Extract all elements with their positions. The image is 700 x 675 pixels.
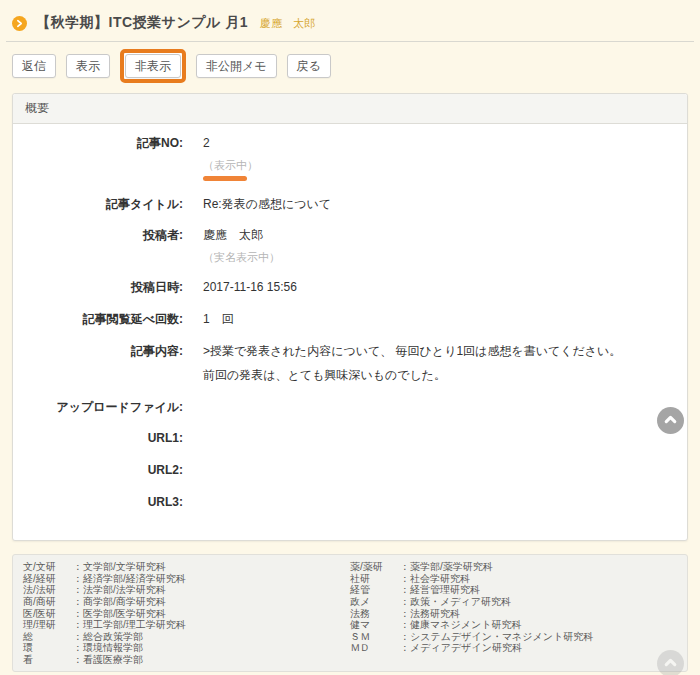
legend-item: 環：環境情報学部: [23, 642, 350, 654]
legend-name: ：医学部/医学研究科: [73, 608, 166, 620]
legend-abbr: ＭＤ: [350, 642, 400, 654]
panel-header: 概要: [13, 94, 687, 124]
url1-label: URL1:: [13, 431, 183, 447]
chevron-up-icon: [662, 411, 679, 431]
hide-button-highlight: 非表示: [120, 49, 186, 83]
legend-item: 文/文研：文学部/文学研究科: [23, 561, 350, 573]
legend-item: 政メ：政策・メディア研究科: [350, 596, 677, 608]
legend-name: ：総合政策学部: [73, 631, 143, 643]
legend-name: ：環境情報学部: [73, 642, 143, 654]
header-separator: [6, 41, 694, 42]
article-content-row: 記事内容: >授業で発表された内容について、 毎回ひとり1回は感想を書いてくださ…: [13, 344, 687, 384]
author-links: 慶應 太郎: [260, 16, 323, 31]
legend-item: 総：総合政策学部: [23, 631, 350, 643]
view-count-row: 記事閲覧延べ回数: 1 回: [13, 312, 687, 328]
status-underline-bar: [203, 176, 247, 181]
legend-item: 看：看護医療学部: [23, 654, 350, 666]
article-content-label: 記事内容:: [13, 344, 183, 384]
author-label: 投稿者:: [13, 228, 183, 264]
legend-name: ：システムデザイン・マネジメント研究科: [400, 631, 593, 643]
show-button[interactable]: 表示: [66, 54, 110, 78]
article-no-value-group: 2 （表示中）: [203, 136, 258, 181]
legend-abbr: ＳＭ: [350, 631, 400, 643]
faculty-legend-left: 文/文研：文学部/文学研究科 経/経研：経済学部/経済学研究科 法/法研：法学部…: [23, 561, 350, 665]
article-no-label: 記事NO:: [13, 136, 183, 181]
private-memo-button[interactable]: 非公開メモ: [196, 54, 277, 78]
article-title-row: 記事タイトル: Re:発表の感想について: [13, 197, 687, 213]
page-title: 【秋学期】ITC授業サンプル 月1: [36, 14, 248, 32]
legend-item: 経管：経営管理研究科: [350, 584, 677, 596]
article-content-line1: >授業で発表された内容について、 毎回ひとり1回は感想を書いてください。: [203, 344, 621, 360]
legend-item: 薬/薬研：薬学部/薬学研究科: [350, 561, 677, 573]
url2-row: URL2:: [13, 463, 687, 479]
author-surname-link[interactable]: 慶應: [260, 17, 282, 29]
author-value: 慶應 太郎: [203, 228, 280, 244]
legend-name: ：看護医療学部: [73, 654, 143, 666]
view-count-value: 1 回: [203, 312, 234, 328]
article-no-row: 記事NO: 2 （表示中）: [13, 136, 687, 181]
legend-name: ：経営管理研究科: [400, 584, 480, 596]
legend-name: ：法学部/法学研究科: [73, 584, 166, 596]
scroll-top-button[interactable]: [657, 407, 684, 434]
article-title-label: 記事タイトル:: [13, 197, 183, 213]
scroll-top-button-faint[interactable]: [657, 650, 684, 675]
reply-button[interactable]: 返信: [12, 54, 56, 78]
legend-item: 法/法研：法学部/法学研究科: [23, 584, 350, 596]
legend-name: ：文学部/文学研究科: [73, 561, 166, 573]
page-header: 【秋学期】ITC授業サンプル 月1 慶應 太郎: [12, 10, 688, 41]
back-button[interactable]: 戻る: [287, 54, 331, 78]
faculty-legend: 文/文研：文学部/文学研究科 経/経研：経済学部/経済学研究科 法/法研：法学部…: [12, 554, 688, 672]
legend-abbr: 健マ: [350, 619, 400, 631]
author-display-mode: （実名表示中）: [203, 250, 280, 264]
legend-abbr: 文/文研: [23, 561, 73, 573]
legend-name: ：経済学部/経済学研究科: [73, 573, 186, 585]
legend-abbr: 法務: [350, 608, 400, 620]
legend-item: 社研：社会学研究科: [350, 573, 677, 585]
legend-abbr: 看: [23, 654, 73, 666]
legend-abbr: 経/経研: [23, 573, 73, 585]
legend-name: ：メディアデザイン研究科: [400, 642, 522, 654]
url3-row: URL3:: [13, 495, 687, 511]
view-count-label: 記事閲覧延べ回数:: [13, 312, 183, 328]
hide-button[interactable]: 非表示: [125, 54, 181, 78]
legend-abbr: 理/理研: [23, 619, 73, 631]
legend-item: 商/商研：商学部/商学研究科: [23, 596, 350, 608]
post-date-value: 2017-11-16 15:56: [203, 280, 297, 296]
legend-name: ：法務研究科: [400, 608, 460, 620]
legend-item: ＭＤ：メディアデザイン研究科: [350, 642, 677, 654]
url2-label: URL2:: [13, 463, 183, 479]
author-givenname-link[interactable]: 太郎: [293, 17, 315, 29]
legend-item: 法務：法務研究科: [350, 608, 677, 620]
legend-item: 経/経研：経済学部/経済学研究科: [23, 573, 350, 585]
legend-item: ＳＭ：システムデザイン・マネジメント研究科: [350, 631, 677, 643]
url3-label: URL3:: [13, 495, 183, 511]
legend-abbr: 薬/薬研: [350, 561, 400, 573]
chevron-right-icon: [12, 16, 27, 31]
legend-name: ：商学部/商学研究科: [73, 596, 166, 608]
legend-abbr: 商/商研: [23, 596, 73, 608]
legend-name: ：理工学部/理工学研究科: [73, 619, 186, 631]
legend-name: ：健康マネジメント研究科: [400, 619, 521, 631]
legend-abbr: 総: [23, 631, 73, 643]
overview-panel: 概要 記事NO: 2 （表示中） 記事タイトル: Re:発表の感想について 投稿…: [12, 93, 688, 541]
chevron-up-icon: [662, 654, 679, 674]
author-value-group: 慶應 太郎 （実名表示中）: [203, 228, 280, 264]
upload-file-label: アップロードファイル:: [13, 400, 183, 416]
url1-row: URL1:: [13, 431, 687, 447]
article-no-value: 2: [203, 136, 258, 152]
panel-body: 記事NO: 2 （表示中） 記事タイトル: Re:発表の感想について 投稿者: …: [13, 124, 687, 540]
legend-name: ：社会学研究科: [400, 573, 470, 585]
post-date-row: 投稿日時: 2017-11-16 15:56: [13, 280, 687, 296]
legend-name: ：政策・メディア研究科: [400, 596, 511, 608]
page: 【秋学期】ITC授業サンプル 月1 慶應 太郎 返信 表示 非表示 非公開メモ …: [0, 0, 700, 675]
article-title-value: Re:発表の感想について: [203, 197, 331, 213]
legend-item: 医/医研：医学部/医学研究科: [23, 608, 350, 620]
article-status-text: （表示中）: [203, 158, 258, 172]
author-row: 投稿者: 慶應 太郎 （実名表示中）: [13, 228, 687, 264]
legend-abbr: 政メ: [350, 596, 400, 608]
faculty-legend-right: 薬/薬研：薬学部/薬学研究科 社研：社会学研究科 経管：経営管理研究科 政メ：政…: [350, 561, 677, 665]
legend-item: 理/理研：理工学部/理工学研究科: [23, 619, 350, 631]
toolbar-top: 返信 表示 非表示 非公開メモ 戻る: [12, 51, 688, 81]
legend-abbr: 医/医研: [23, 608, 73, 620]
legend-item: 健マ：健康マネジメント研究科: [350, 619, 677, 631]
